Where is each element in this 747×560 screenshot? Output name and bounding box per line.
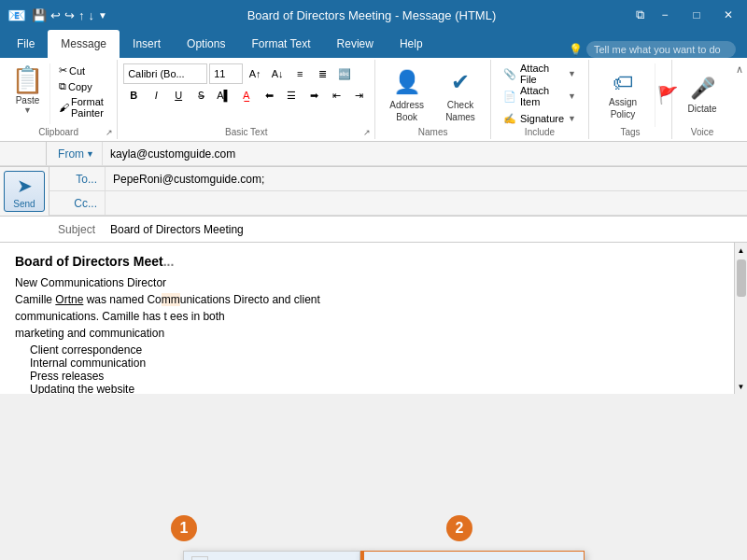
align-left-button[interactable]: ⬅ [259, 85, 279, 105]
indent-decrease-button[interactable]: ⇤ [326, 85, 346, 105]
copy-icon: ⧉ [59, 80, 66, 92]
ribbon-tabs: File Message Insert Options Format Text … [0, 30, 747, 58]
paste-dropdown[interactable]: ▼ [23, 105, 32, 115]
from-input[interactable] [103, 142, 747, 165]
format-row: B I U S̶ A▌ A̲ ⬅ ☰ ➡ ⇤ ⇥ [123, 85, 369, 105]
up-icon[interactable]: ↑ [78, 8, 85, 22]
collapse-ribbon-icon[interactable]: ∧ [736, 63, 743, 76]
maximize-button[interactable]: □ [685, 4, 708, 26]
tab-options[interactable]: Options [174, 30, 238, 58]
tab-format-text[interactable]: Format Text [238, 30, 323, 58]
title-bar: 📧 💾 ↩ ↪ ↑ ↓ ▼ Board of Directors Meeting… [0, 0, 747, 30]
from-row: From ▼ [0, 142, 747, 166]
body-area: Board of Directors Meet... New Communica… [0, 243, 747, 394]
bold-button[interactable]: B [123, 85, 144, 105]
attach-file-row: 📎 Attach File ▼ [497, 63, 583, 84]
body-list-1: Client correspondence [15, 343, 719, 357]
outlook-icon: 📧 [7, 7, 26, 24]
context-menu-spelling[interactable]: abc Spelling ▶ [184, 552, 359, 560]
tab-message[interactable]: Message [48, 30, 120, 58]
tell-me-input[interactable] [586, 41, 736, 58]
spell-director[interactable]: Director Manager, Instructor, Executive … [361, 552, 584, 560]
attach-file-icon: 📎 [503, 68, 516, 80]
minimize-button[interactable]: − [654, 4, 676, 26]
font-size-increase-button[interactable]: A↑ [245, 63, 265, 84]
indent-increase-button[interactable]: ⇥ [348, 85, 369, 105]
from-button[interactable]: From ▼ [47, 142, 103, 165]
attach-file-button[interactable]: 📎 Attach File ▼ [497, 63, 583, 84]
subject-row: Subject [0, 217, 747, 243]
send-area [0, 142, 47, 165]
body-paragraph-1: New Communications Director [15, 276, 719, 289]
names-group: 👤 Address Book ✔ Check Names Names [375, 60, 491, 139]
redo-icon[interactable]: ↪ [64, 8, 75, 22]
signature-dropdown[interactable]: ▼ [568, 114, 576, 123]
ortne-text: Ortne [55, 293, 83, 306]
align-right-button[interactable]: ➡ [303, 85, 324, 105]
address-book-button[interactable]: 👤 Address Book [381, 63, 432, 127]
font-size-decrease-button[interactable]: A↓ [267, 63, 288, 84]
format-painter-icon: 🖌 [59, 102, 69, 113]
clipboard-expander[interactable]: ↗ [106, 128, 113, 137]
cursor-pos: ... [163, 254, 175, 269]
undo-icon[interactable]: ↩ [50, 8, 61, 22]
signature-button[interactable]: ✍ Signature ▼ [497, 108, 583, 129]
tell-me-box[interactable]: 💡 [561, 41, 743, 58]
tab-file[interactable]: File [4, 30, 48, 58]
send-arrow-icon: ➤ [17, 175, 33, 197]
scroll-down-button[interactable]: ▼ [735, 379, 748, 394]
message-body[interactable]: Board of Directors Meet... New Communica… [0, 243, 734, 394]
send-button[interactable]: ➤ Send [4, 171, 45, 212]
scrollbar[interactable]: ▲ ▼ [734, 243, 747, 394]
tab-insert[interactable]: Insert [120, 30, 174, 58]
tags-group: 🏷 Assign Policy 🚩 Tags [589, 60, 672, 139]
underline-segment: mm [162, 293, 180, 306]
cut-button[interactable]: ✂ Cut [56, 63, 111, 77]
check-names-button[interactable]: ✔ Check Names [436, 63, 485, 127]
attach-item-button[interactable]: 📄 Attach Item ▼ [497, 86, 583, 106]
font-size-selector[interactable] [209, 63, 243, 84]
close-button[interactable]: ✕ [717, 4, 740, 26]
restore-icon[interactable]: ⧉ [636, 7, 644, 22]
copy-button[interactable]: ⧉ Copy [56, 79, 111, 93]
strikethrough-button[interactable]: S̶ [190, 85, 211, 105]
body-paragraph-2: Camille Ortne was named Communications D… [15, 293, 719, 306]
body-paragraph-3: communications. Camille has t ees in bot… [15, 310, 719, 323]
format-painter-button[interactable]: 🖌 Format Painter [56, 95, 111, 119]
scroll-up-button[interactable]: ▲ [735, 243, 748, 258]
font-row: A↑ A↓ ≡ ≣ 🔤 [123, 63, 355, 84]
scroll-thumb[interactable] [737, 259, 746, 297]
dictate-button[interactable]: 🎤 Dictate [678, 63, 726, 127]
subject-input[interactable] [103, 217, 747, 242]
to-button[interactable]: To... [49, 167, 106, 190]
attach-item-dropdown[interactable]: ▼ [568, 91, 576, 101]
voice-group: 🎤 Dictate Voice [672, 60, 732, 139]
tab-help[interactable]: Help [387, 30, 436, 58]
text-highlight-button[interactable]: A▌ [213, 85, 234, 105]
cc-input[interactable] [106, 191, 747, 215]
numbering-button[interactable]: ≣ [312, 63, 332, 84]
align-center-button[interactable]: ☰ [281, 85, 302, 105]
quick-access-dropdown[interactable]: ▼ [98, 10, 107, 21]
tab-review[interactable]: Review [324, 30, 387, 58]
cc-button[interactable]: Cc... [49, 191, 106, 215]
cc-row: Cc... [49, 191, 747, 216]
ribbon-collapse[interactable]: ∧ [732, 60, 747, 139]
to-input[interactable] [106, 167, 747, 190]
save-icon[interactable]: 💾 [32, 8, 47, 22]
badge-2: 2 [446, 515, 472, 541]
text-direction-button[interactable]: 🔤 [334, 63, 355, 84]
tags-flag-area: 🚩 [655, 63, 666, 127]
font-selector[interactable] [123, 63, 207, 84]
assign-policy-button[interactable]: 🏷 Assign Policy [595, 63, 651, 127]
basic-text-expander[interactable]: ↗ [363, 128, 371, 137]
address-book-icon: 👤 [393, 67, 421, 96]
down-icon[interactable]: ↓ [89, 8, 95, 22]
paste-button[interactable]: 📋 Paste ▼ [6, 63, 50, 124]
underline-button[interactable]: U [168, 85, 189, 105]
font-color-button[interactable]: A̲ [236, 85, 257, 105]
attach-file-dropdown[interactable]: ▼ [568, 69, 576, 78]
clipboard-group: 📋 Paste ▼ ✂ Cut ⧉ Copy 🖌 Format Painter … [0, 60, 118, 139]
italic-button[interactable]: I [146, 85, 166, 105]
bullets-button[interactable]: ≡ [289, 63, 310, 84]
